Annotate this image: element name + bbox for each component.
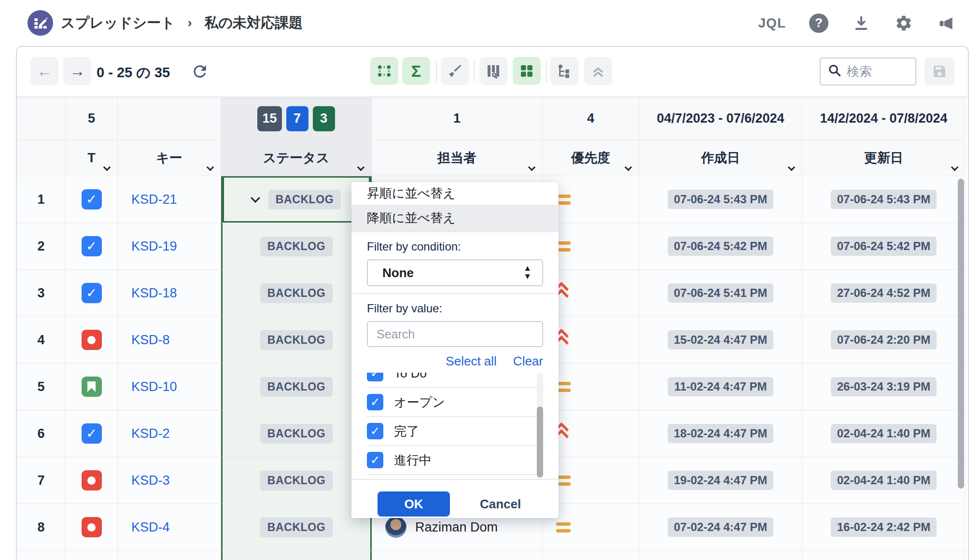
row-number: 4 (37, 333, 44, 348)
grid-view-button[interactable] (513, 57, 541, 85)
filter-value-label: Filter by value: (367, 302, 559, 315)
issue-type-icon (82, 189, 102, 210)
issue-key-link[interactable]: KSD-21 (131, 192, 177, 207)
clear-link[interactable]: Clear (513, 354, 543, 369)
header-updated[interactable]: 更新日 (802, 140, 966, 176)
settings-gear-icon[interactable] (894, 14, 913, 33)
aggregate-key-cell (118, 98, 221, 140)
issue-key-link[interactable]: KSD-8 (131, 333, 170, 348)
updated-date: 02-04-24 1:40 PM (831, 424, 937, 443)
chevron-down-icon[interactable] (357, 164, 365, 171)
refresh-icon[interactable] (191, 62, 209, 83)
header-status[interactable]: ステータス (221, 140, 372, 176)
issue-type-icon (82, 377, 102, 397)
avatar (385, 517, 406, 538)
row-number: 5 (37, 379, 44, 394)
header-type[interactable]: T (66, 140, 118, 176)
status-badge: BACKLOG (260, 283, 333, 303)
download-icon[interactable] (852, 14, 871, 33)
created-date: 07-06-24 5:43 PM (668, 190, 773, 209)
save-button[interactable] (924, 57, 954, 85)
sigma-icon: Σ (411, 62, 421, 81)
header-priority[interactable]: 優先度 (543, 140, 639, 176)
list-scrollbar-thumb[interactable] (537, 406, 543, 477)
breadcrumb-app-title[interactable]: スプレッドシート (61, 14, 175, 33)
checkbox-checked-icon[interactable]: ✓ (367, 423, 383, 439)
table-row (17, 551, 967, 560)
created-date: 07-06-24 5:41 PM (668, 283, 773, 303)
priority-icon (556, 522, 571, 532)
toolbar: ← → 0 - 25 の 35 Σ (17, 47, 968, 97)
status-option[interactable]: ✓ 完了 (367, 417, 543, 446)
arrow-right-icon: → (70, 62, 85, 80)
issue-key-link[interactable]: KSD-3 (131, 473, 170, 488)
updated-date: 07-06-24 5:42 PM (831, 237, 937, 256)
announcement-megaphone-icon[interactable] (937, 14, 956, 33)
vertical-scrollbar[interactable] (958, 179, 964, 489)
help-icon[interactable]: ? (809, 14, 828, 33)
issue-key-link[interactable]: KSD-2 (131, 426, 170, 441)
status-option-label: To Do (394, 373, 427, 381)
ok-button[interactable]: OK (378, 491, 450, 517)
filter-value-search-input[interactable] (367, 321, 543, 347)
sort-ascending-item[interactable]: 昇順に並べ替え (351, 182, 559, 205)
breadcrumb-separator: › (188, 15, 192, 30)
issue-type-icon (82, 236, 102, 256)
status-badge: BACKLOG (260, 237, 333, 256)
row-number: 3 (37, 286, 44, 301)
chevron-down-icon[interactable] (103, 164, 111, 171)
next-page-button[interactable]: → (63, 57, 91, 85)
cell-selection-mode-button[interactable] (370, 57, 398, 85)
status-option-label: 完了 (394, 423, 419, 440)
chevron-down-icon[interactable] (951, 164, 959, 171)
select-arrows-icon: ▲▼ (523, 263, 532, 281)
status-option[interactable]: ✓ オープン (367, 388, 543, 417)
sort-descending-item[interactable]: 降順に並べ替え (351, 205, 559, 231)
checkbox-checked-icon[interactable]: ✓ (367, 373, 383, 381)
prev-page-button[interactable]: ← (30, 57, 58, 85)
aggregate-updated-range: 14/2/2024 - 07/8/2024 (802, 98, 966, 140)
chevron-down-icon[interactable] (528, 164, 536, 171)
updated-date: 07-06-24 2:20 PM (831, 330, 937, 350)
header-assignee[interactable]: 担当者 (372, 140, 543, 176)
row-number: 1 (37, 192, 44, 207)
page-title: 私の未対応課題 (204, 14, 303, 33)
status-badge: BACKLOG (268, 190, 341, 210)
issue-key-link[interactable]: KSD-4 (131, 520, 170, 535)
table-search-box[interactable] (820, 57, 916, 85)
issue-key-link[interactable]: KSD-10 (131, 379, 177, 394)
status-badge: BACKLOG (260, 330, 333, 350)
checkbox-checked-icon[interactable]: ✓ (367, 452, 383, 468)
search-input[interactable] (847, 64, 905, 79)
chevron-down-icon[interactable] (788, 164, 796, 171)
selected-status-cell[interactable]: BACKLOG (221, 176, 372, 223)
header-key[interactable]: キー (118, 140, 221, 176)
issue-type-icon (82, 330, 102, 350)
collapse-all-button[interactable] (584, 57, 612, 85)
status-option[interactable]: ✓ 進行中 (367, 446, 543, 475)
status-badge: BACKLOG (260, 424, 333, 444)
row-number: 8 (37, 520, 44, 535)
chevron-down-icon[interactable] (625, 164, 632, 171)
issue-key-link[interactable]: KSD-19 (131, 239, 177, 254)
format-painter-button[interactable] (441, 57, 469, 85)
sum-sigma-button[interactable]: Σ (402, 57, 430, 85)
checkbox-checked-icon[interactable]: ✓ (367, 394, 383, 410)
status-option[interactable]: ✓ To Do (367, 373, 543, 388)
column-settings-button[interactable] (479, 57, 507, 85)
header-created[interactable]: 作成日 (639, 140, 802, 176)
issue-key-link[interactable]: KSD-18 (131, 286, 177, 301)
issue-type-icon (82, 470, 102, 490)
status-options-list: ✓ To Do ✓ オープン ✓ 完了 ✓ 進行中 (351, 373, 559, 479)
hierarchy-tree-button[interactable] (550, 57, 578, 85)
jql-button[interactable]: JQL (758, 15, 786, 31)
condition-select[interactable]: None ▲▼ (367, 259, 543, 286)
chevron-down-icon[interactable] (251, 193, 260, 203)
status-option-label: 進行中 (394, 452, 432, 469)
chevron-down-icon[interactable] (207, 164, 214, 171)
cancel-button[interactable]: Cancel (480, 497, 521, 512)
select-all-link[interactable]: Select all (446, 354, 497, 369)
created-date: 18-02-24 4:47 PM (668, 424, 773, 443)
updated-date: 02-04-24 1:40 PM (831, 471, 937, 490)
created-date: 07-06-24 5:42 PM (668, 237, 773, 256)
